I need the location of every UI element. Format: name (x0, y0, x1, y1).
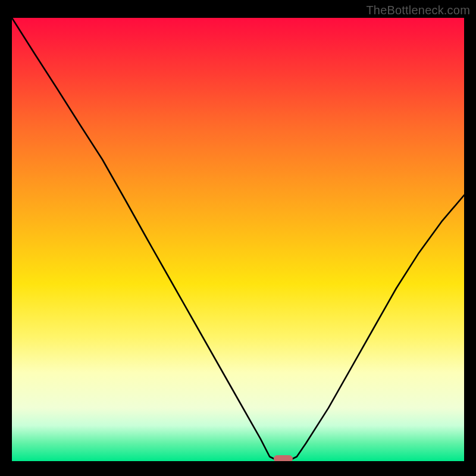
plot-area (12, 18, 464, 461)
bottleneck-curve (12, 18, 464, 461)
watermark-text: TheBottleneck.com (366, 4, 470, 17)
chart-svg (12, 18, 464, 461)
chart-frame: TheBottleneck.com (0, 0, 476, 476)
optimal-point-marker (274, 455, 293, 461)
